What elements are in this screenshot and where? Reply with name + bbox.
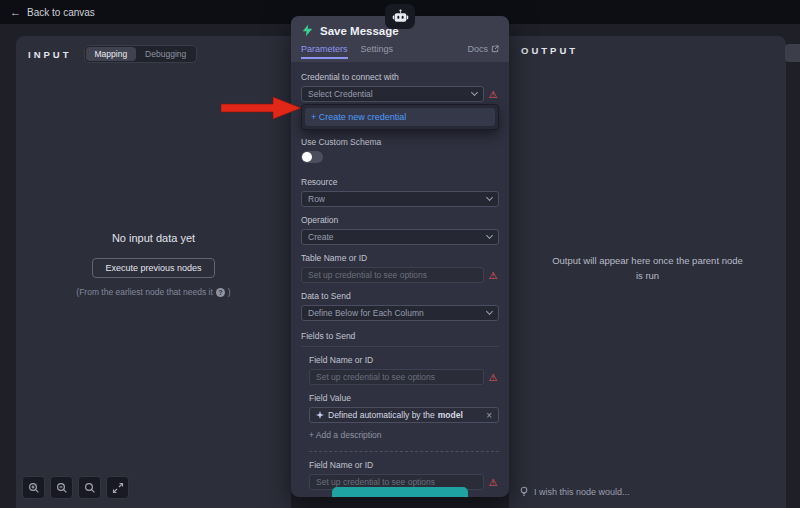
- operation-label: Operation: [301, 215, 499, 225]
- credential-select-value: Select Credential: [308, 89, 373, 99]
- field1-name-placeholder: Set up credential to see options: [316, 372, 435, 382]
- input-empty-state: No input data yet Execute previous nodes…: [16, 232, 291, 297]
- tab-settings[interactable]: Settings: [361, 44, 394, 59]
- node-parameters-form: Credential to connect with Select Creden…: [291, 62, 509, 490]
- field1-name-label: Field Name or ID: [309, 355, 499, 365]
- node-feedback-button[interactable]: I wish this node would...: [519, 486, 630, 497]
- table-name-label: Table Name or ID: [301, 253, 499, 263]
- chevron-down-icon: [471, 89, 478, 96]
- field1-name-input[interactable]: Set up credential to see options: [309, 369, 484, 385]
- input-hint-text: (From the earliest node that needs it: [76, 287, 213, 297]
- docs-link[interactable]: Docs: [467, 44, 499, 59]
- panel-edge-button[interactable]: [785, 44, 800, 62]
- output-panel-title: OUTPUT: [521, 45, 578, 56]
- data-to-send-value: Define Below for Each Column: [308, 308, 424, 318]
- assistant-robot-icon: [385, 4, 415, 29]
- zoom-out-button[interactable]: [50, 476, 73, 499]
- sparkle-icon: [316, 411, 324, 419]
- clear-value-icon[interactable]: ×: [486, 410, 492, 421]
- custom-schema-toggle[interactable]: [301, 151, 323, 163]
- chevron-down-icon: [486, 232, 493, 239]
- output-panel: OUTPUT Output will appear here once the …: [509, 36, 786, 508]
- execute-previous-nodes-button[interactable]: Execute previous nodes: [92, 258, 214, 278]
- docs-label: Docs: [467, 44, 488, 54]
- field1-value-text-bold: model: [438, 410, 463, 420]
- field1-value-label: Field Value: [309, 393, 499, 403]
- credential-select[interactable]: Select Credential: [301, 86, 484, 102]
- resource-select[interactable]: Row: [301, 191, 499, 207]
- help-question-icon[interactable]: ?: [216, 288, 225, 297]
- field2-name-label: Field Name or ID: [309, 460, 499, 470]
- test-step-button[interactable]: [332, 487, 468, 497]
- create-new-credential-option[interactable]: + Create new credential: [305, 108, 495, 126]
- field2-name-placeholder: Set up credential to see options: [316, 477, 435, 487]
- field1-value-text: Defined automatically by the: [328, 410, 435, 420]
- magnifier-icon: [84, 482, 96, 494]
- zoom-in-button[interactable]: [22, 476, 45, 499]
- wish-label: I wish this node would...: [534, 487, 630, 497]
- resource-value: Row: [308, 194, 325, 204]
- back-to-canvas-button[interactable]: ← Back to canvas: [10, 6, 95, 18]
- expand-view-button[interactable]: [106, 476, 129, 499]
- input-hint-close: ): [228, 287, 231, 297]
- custom-schema-label: Use Custom Schema: [301, 137, 499, 147]
- resource-label: Resource: [301, 177, 499, 187]
- external-link-icon: [491, 45, 499, 53]
- add-description-link[interactable]: + Add a description: [309, 430, 499, 440]
- credential-label: Credential to connect with: [301, 72, 499, 82]
- node-panel-tabs: Parameters Settings Docs: [301, 41, 499, 59]
- zoom-reset-button[interactable]: [78, 476, 101, 499]
- magnifier-plus-icon: [28, 482, 40, 494]
- warning-icon: ⚠: [487, 372, 499, 383]
- chevron-down-icon: [486, 194, 493, 201]
- data-to-send-label: Data to Send: [301, 291, 499, 301]
- credential-field-group: Credential to connect with Select Creden…: [301, 72, 499, 102]
- toggle-knob: [302, 152, 312, 162]
- input-panel-title: INPUT: [28, 49, 72, 60]
- node-details-panel: Save Message Parameters Settings Docs Cr…: [291, 16, 509, 497]
- input-mode-switcher: Mapping Debugging: [84, 45, 198, 63]
- warning-icon: ⚠: [487, 477, 499, 488]
- input-panel: INPUT Mapping Debugging No input data ye…: [16, 36, 291, 508]
- output-empty-state: Output will appear here once the parent …: [509, 254, 786, 283]
- node-icon-green-bolt: [301, 24, 314, 37]
- lightbulb-icon: [519, 486, 529, 497]
- expand-arrows-icon: [112, 482, 124, 494]
- field-separator: [309, 451, 499, 452]
- canvas-zoom-controls: [22, 476, 129, 499]
- fields-to-send-group: Field Name or ID Set up credential to se…: [301, 355, 499, 490]
- table-name-placeholder: Set up credential to see options: [308, 270, 427, 280]
- output-empty-text: Output will appear here once the parent …: [550, 254, 745, 283]
- data-to-send-select[interactable]: Define Below for Each Column: [301, 305, 499, 321]
- tab-parameters[interactable]: Parameters: [301, 44, 348, 59]
- fields-to-send-label: Fields to Send: [301, 331, 499, 347]
- back-label: Back to canvas: [27, 7, 95, 18]
- field1-value-input[interactable]: Defined automatically by the model ×: [309, 407, 499, 423]
- warning-icon: ⚠: [487, 89, 499, 100]
- input-hint: (From the earliest node that needs it ? …: [16, 287, 291, 297]
- operation-value: Create: [308, 232, 334, 242]
- input-panel-header: INPUT Mapping Debugging: [16, 36, 291, 63]
- chevron-down-icon: [486, 308, 493, 315]
- operation-select[interactable]: Create: [301, 229, 499, 245]
- magnifier-minus-icon: [56, 482, 68, 494]
- back-arrow-icon: ←: [10, 6, 21, 18]
- tab-mapping[interactable]: Mapping: [86, 47, 137, 61]
- input-empty-title: No input data yet: [16, 232, 291, 244]
- output-panel-header: OUTPUT: [509, 36, 786, 56]
- credential-dropdown: + Create new credential: [301, 104, 499, 130]
- tab-debugging[interactable]: Debugging: [136, 47, 195, 61]
- warning-icon: ⚠: [487, 270, 499, 281]
- table-name-input[interactable]: Set up credential to see options: [301, 267, 484, 283]
